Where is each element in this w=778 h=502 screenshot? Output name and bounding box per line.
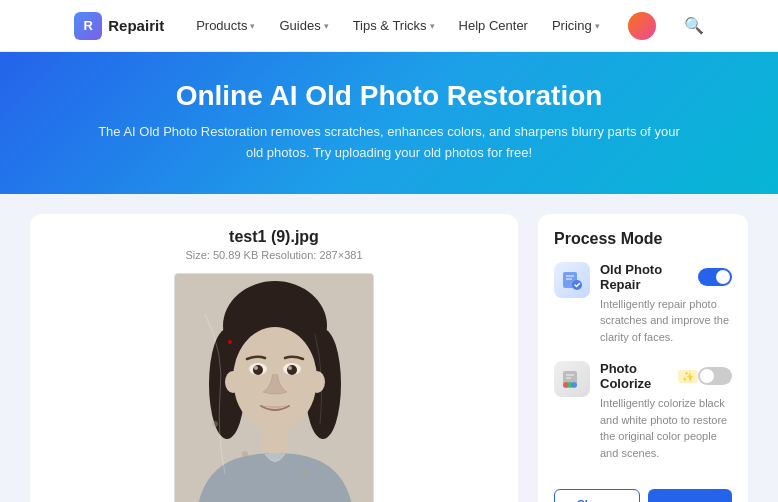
- logo-icon: R: [74, 12, 102, 40]
- mode-content-colorize: Photo Colorize ✨ Intelligently colorize …: [600, 361, 732, 461]
- nav-item-products[interactable]: Products ▾: [196, 18, 255, 33]
- hero-section: Online AI Old Photo Restoration The AI O…: [0, 52, 778, 194]
- nav-item-guides[interactable]: Guides ▾: [279, 18, 328, 33]
- logo-text: Repairit: [108, 17, 164, 34]
- svg-point-16: [242, 451, 248, 457]
- nav-label-help: Help Center: [459, 18, 528, 33]
- mode-desc-repair: Intelligently repair photo scratches and…: [600, 296, 732, 346]
- bottom-buttons: Change Another Photo Start: [554, 477, 732, 502]
- svg-rect-14: [262, 426, 288, 456]
- avatar[interactable]: [628, 12, 656, 40]
- toggle-knob-colorize: [700, 369, 714, 383]
- nav-label-guides: Guides: [279, 18, 320, 33]
- photo-preview: [174, 273, 374, 502]
- svg-point-17: [301, 470, 309, 478]
- hero-subtitle: The AI Old Photo Restoration removes scr…: [89, 122, 689, 164]
- toggle-knob-repair: [716, 270, 730, 284]
- nav-label-tips: Tips & Tricks: [353, 18, 427, 33]
- mode-badge-colorize: ✨: [678, 370, 698, 383]
- start-button[interactable]: Start: [648, 489, 732, 502]
- mode-name-colorize: Photo Colorize: [600, 361, 674, 391]
- main-area: test1 (9).jpg Size: 50.89 KB Resolution:…: [0, 194, 778, 502]
- process-title: Process Mode: [554, 230, 732, 248]
- svg-point-12: [225, 371, 241, 393]
- svg-point-9: [287, 365, 297, 375]
- mode-icon-repair: [554, 262, 590, 298]
- nav-item-pricing[interactable]: Pricing ▾: [552, 18, 600, 33]
- mode-header-colorize: Photo Colorize ✨: [600, 361, 732, 391]
- svg-point-11: [288, 366, 292, 370]
- chevron-down-icon: ▾: [324, 21, 329, 31]
- file-name: test1 (9).jpg: [229, 228, 319, 246]
- svg-point-18: [212, 421, 218, 427]
- navbar: R Repairit Products ▾ Guides ▾ Tips & Tr…: [0, 0, 778, 52]
- colorize-icon: [561, 368, 583, 390]
- svg-point-26: [571, 382, 577, 388]
- repair-icon: [561, 269, 583, 291]
- file-meta: Size: 50.89 KB Resolution: 287×381: [185, 249, 362, 261]
- chevron-down-icon: ▾: [430, 21, 435, 31]
- mode-content-repair: Old Photo Repair Intelligently repair ph…: [600, 262, 732, 346]
- nav-label-pricing: Pricing: [552, 18, 592, 33]
- portrait-image: [175, 274, 374, 502]
- svg-point-8: [253, 365, 263, 375]
- svg-point-13: [309, 371, 325, 393]
- mode-photo-colorize: Photo Colorize ✨ Intelligently colorize …: [554, 361, 732, 461]
- chevron-down-icon: ▾: [250, 21, 255, 31]
- mode-name-repair: Old Photo Repair: [600, 262, 698, 292]
- chevron-down-icon: ▾: [595, 21, 600, 31]
- process-panel: Process Mode Old Photo Repair: [538, 214, 748, 502]
- nav-label-products: Products: [196, 18, 247, 33]
- upload-panel: test1 (9).jpg Size: 50.89 KB Resolution:…: [30, 214, 518, 502]
- toggle-colorize[interactable]: [698, 367, 732, 385]
- mode-desc-colorize: Intelligently colorize black and white p…: [600, 395, 732, 461]
- change-photo-button[interactable]: Change Another Photo: [554, 489, 640, 502]
- svg-point-15: [228, 340, 232, 344]
- toggle-repair[interactable]: [698, 268, 732, 286]
- mode-old-photo-repair: Old Photo Repair Intelligently repair ph…: [554, 262, 732, 346]
- mode-icon-colorize: [554, 361, 590, 397]
- hero-title: Online AI Old Photo Restoration: [40, 80, 738, 112]
- search-icon[interactable]: 🔍: [684, 16, 704, 35]
- nav-item-help[interactable]: Help Center: [459, 18, 528, 33]
- nav-item-tips[interactable]: Tips & Tricks ▾: [353, 18, 435, 33]
- svg-point-10: [254, 366, 258, 370]
- mode-header-repair: Old Photo Repair: [600, 262, 732, 292]
- logo[interactable]: R Repairit: [74, 12, 164, 40]
